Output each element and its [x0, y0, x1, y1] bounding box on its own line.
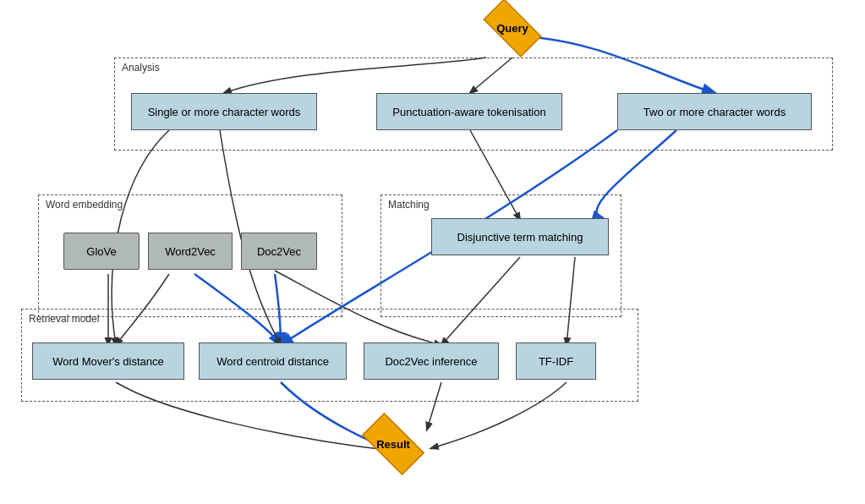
svg-line-3: [441, 257, 520, 345]
word2vec-node: Word2Vec: [148, 233, 233, 270]
two-char-node: Two or more character words: [617, 93, 812, 130]
svg-line-2: [470, 130, 520, 220]
single-char-node: Single or more character words: [131, 93, 317, 130]
wmd-label: Word Mover's distance: [52, 355, 164, 368]
result-label: Result: [376, 438, 410, 451]
glove-node: GloVe: [63, 233, 140, 270]
disj-match-node: Disjunctive term matching: [431, 218, 609, 255]
two-char-label: Two or more character words: [643, 106, 786, 118]
wcd-label: Word centroid distance: [216, 355, 329, 368]
doc2vec-inf-node: Doc2Vec inference: [364, 342, 499, 380]
result-node: Result: [355, 423, 431, 465]
punct-token-label: Punctuation-aware tokenisation: [392, 106, 545, 118]
doc2vec-label: Doc2Vec: [257, 245, 301, 258]
punct-token-node: Punctuation-aware tokenisation: [376, 93, 562, 130]
query-node: Query: [474, 7, 550, 49]
doc2vec-node: Doc2Vec: [241, 233, 317, 270]
svg-line-4: [567, 257, 575, 345]
disj-match-label: Disjunctive term matching: [457, 231, 583, 244]
wmd-node: Word Mover's distance: [32, 342, 184, 380]
doc2vec-inf-label: Doc2Vec inference: [385, 355, 477, 368]
single-char-label: Single or more character words: [148, 106, 301, 118]
svg-line-0: [470, 58, 512, 93]
word2vec-label: Word2Vec: [165, 245, 216, 258]
tfidf-label: TF-IDF: [539, 355, 573, 368]
wcd-node: Word centroid distance: [199, 342, 347, 380]
glove-label: GloVe: [86, 245, 116, 258]
query-label: Query: [496, 22, 528, 35]
tfidf-node: TF-IDF: [516, 342, 596, 380]
